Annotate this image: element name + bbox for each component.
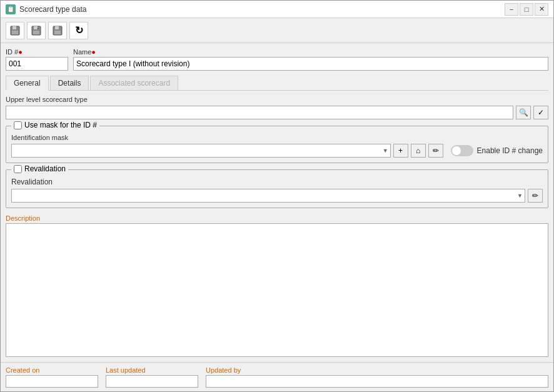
upper-level-search-button[interactable]: 🔍	[516, 106, 531, 119]
tab-associated-scorecard[interactable]: Associated scorecard	[90, 76, 178, 90]
close-button[interactable]: ✕	[535, 3, 548, 16]
upper-level-label: Upper level scorecard type	[6, 96, 548, 103]
name-label: Name●	[73, 48, 548, 56]
enable-id-toggle-wrapper: Enable ID # change	[451, 145, 543, 156]
edit-mask-button[interactable]: ✏	[428, 144, 443, 158]
enable-id-label: Enable ID # change	[477, 146, 543, 155]
updated-by-label: Updated by	[206, 366, 548, 374]
svg-rect-1	[13, 26, 16, 29]
save-button-3[interactable]	[48, 22, 67, 39]
revalidation-edit-button[interactable]: ✏	[528, 189, 543, 203]
content-area: ID #● Name● General Details Associated s…	[1, 43, 553, 362]
id-label: ID #●	[6, 48, 68, 56]
description-label: Description	[6, 214, 548, 222]
title-bar: 📋 Scorecard type data − □ ✕	[1, 1, 553, 18]
revalidation-select-wrapper	[11, 189, 525, 203]
mask-checkbox[interactable]	[14, 121, 22, 129]
mask-section: Use mask for the ID # Identification mas…	[6, 126, 548, 163]
revalidation-section: Revalidation Revalidation ✏	[6, 169, 548, 208]
updated-by-field: Updated by	[206, 366, 548, 388]
maximize-button[interactable]: □	[520, 3, 533, 16]
created-on-label: Created on	[6, 366, 98, 374]
last-updated-input	[106, 375, 198, 388]
id-name-row: ID #● Name●	[6, 48, 548, 71]
window-icon: 📋	[6, 4, 16, 14]
save-button-2[interactable]: +	[27, 22, 46, 39]
revalidation-field-label: Revalidation	[11, 178, 543, 186]
svg-rect-9	[54, 31, 61, 34]
toolbar: + ↻	[1, 18, 553, 43]
svg-rect-2	[12, 31, 18, 34]
mask-checkbox-label: Use mask for the ID #	[11, 121, 99, 129]
svg-rect-8	[55, 26, 59, 29]
refresh-button[interactable]: ↻	[69, 22, 88, 39]
save-button-1[interactable]	[6, 22, 24, 39]
revalidation-select[interactable]	[11, 189, 525, 203]
svg-text:+: +	[37, 26, 39, 30]
created-on-input	[6, 375, 98, 388]
description-textarea[interactable]	[6, 223, 548, 357]
revalidation-checkbox-label: Revalidation	[11, 164, 68, 173]
svg-rect-5	[33, 31, 39, 34]
name-field-group: Name●	[73, 48, 548, 71]
last-updated-label: Last updated	[106, 366, 198, 374]
footer: Created on Last updated Updated by	[1, 362, 553, 391]
identification-mask-label: Identification mask	[11, 134, 543, 141]
name-required-star: ●	[91, 48, 96, 56]
tab-details[interactable]: Details	[50, 76, 89, 90]
window-title: Scorecard type data	[19, 5, 505, 14]
id-mask-row: + ⌂ ✏ Enable ID # change	[11, 144, 543, 158]
enable-id-toggle[interactable]	[451, 145, 473, 156]
add-mask-button[interactable]: +	[393, 144, 408, 158]
identification-mask-select-wrapper	[11, 144, 391, 158]
id-required-star: ●	[18, 48, 23, 56]
tab-general[interactable]: General	[6, 76, 49, 91]
upper-level-check-button[interactable]: ✓	[533, 106, 548, 119]
general-tab-content: Upper level scorecard type 🔍 ✓ Use mask …	[6, 96, 548, 357]
upper-level-row: 🔍 ✓	[6, 106, 548, 119]
minimize-button[interactable]: −	[505, 3, 518, 16]
last-updated-field: Last updated	[106, 366, 198, 388]
revalidation-checkbox[interactable]	[14, 165, 22, 173]
description-section: Description	[6, 214, 548, 357]
home-mask-button[interactable]: ⌂	[411, 144, 426, 158]
identification-mask-select[interactable]	[11, 144, 391, 158]
tab-bar: General Details Associated scorecard	[6, 76, 548, 91]
id-input[interactable]	[6, 57, 68, 71]
window-controls: − □ ✕	[505, 3, 548, 16]
created-on-field: Created on	[6, 366, 98, 388]
id-field-group: ID #●	[6, 48, 68, 71]
revalidation-row: ✏	[11, 189, 543, 203]
name-input[interactable]	[73, 57, 548, 71]
main-window: 📋 Scorecard type data − □ ✕ +	[0, 0, 554, 392]
upper-level-input[interactable]	[6, 106, 513, 119]
updated-by-input	[206, 375, 548, 388]
